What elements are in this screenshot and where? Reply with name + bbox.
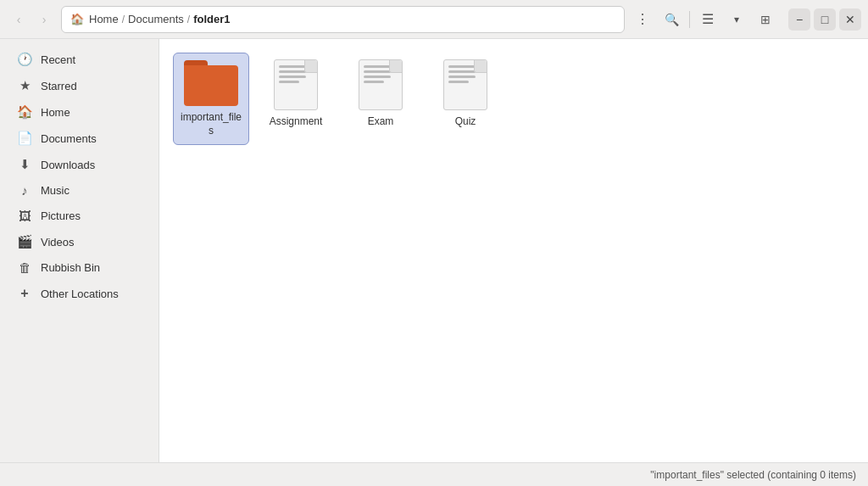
doc-icon-assignment xyxy=(274,59,318,110)
rubbish-bin-icon: 🗑 xyxy=(17,260,32,275)
breadcrumb-home[interactable]: Home xyxy=(89,13,119,25)
sidebar-item-home[interactable]: 🏠 Home xyxy=(5,99,153,125)
starred-icon: ★ xyxy=(17,78,32,93)
sidebar-label-pictures: Pictures xyxy=(41,209,81,222)
file-item-important-files[interactable]: important_files xyxy=(173,53,249,145)
sidebar-label-starred: Starred xyxy=(41,80,77,92)
breadcrumb-folder1: folder1 xyxy=(193,13,230,25)
doc-icon-quiz xyxy=(443,59,487,110)
sidebar-label-home: Home xyxy=(41,106,70,119)
statusbar: "important_files" selected (containing 0… xyxy=(0,462,868,486)
file-label-important-files: important_files xyxy=(179,111,243,137)
music-icon: ♪ xyxy=(17,183,32,198)
more-options-button[interactable]: ⋮ xyxy=(630,7,655,32)
file-item-assignment[interactable]: Assignment xyxy=(258,53,334,145)
view-list-button[interactable]: ☰ xyxy=(695,7,721,32)
window-controls: − □ ✕ xyxy=(788,8,861,31)
doc-icon-exam xyxy=(359,59,403,110)
folder-icon-important-files xyxy=(184,60,238,106)
breadcrumb-documents[interactable]: Documents xyxy=(128,13,184,25)
breadcrumb-sep1: / xyxy=(122,14,125,25)
close-button[interactable]: ✕ xyxy=(839,8,861,31)
sidebar-item-starred[interactable]: ★ Starred xyxy=(5,73,153,98)
sidebar-label-documents: Documents xyxy=(41,132,97,145)
file-area: important_files Assignment xyxy=(159,39,868,462)
home-sidebar-icon: 🏠 xyxy=(17,104,32,120)
minimize-button[interactable]: − xyxy=(788,8,810,31)
view-grid-button[interactable]: ⊞ xyxy=(753,7,778,32)
sidebar-item-videos[interactable]: 🎬 Videos xyxy=(5,229,153,254)
documents-icon: 📄 xyxy=(17,131,32,146)
file-item-exam[interactable]: Exam xyxy=(342,53,419,145)
maximize-button[interactable]: □ xyxy=(814,8,836,31)
file-label-assignment: Assignment xyxy=(270,115,323,129)
forward-button[interactable]: › xyxy=(32,8,56,31)
file-grid: important_files Assignment xyxy=(173,53,854,145)
sidebar-item-documents[interactable]: 📄 Documents xyxy=(5,126,153,151)
statusbar-text: "important_files" selected (containing 0… xyxy=(650,469,856,481)
toolbar-right: ⋮ 🔍 ☰ ▾ ⊞ xyxy=(630,7,778,32)
downloads-icon: ⬇ xyxy=(17,157,32,172)
videos-icon: 🎬 xyxy=(17,234,32,249)
sidebar-label-music: Music xyxy=(41,184,70,197)
recent-icon: 🕐 xyxy=(17,52,32,67)
search-button[interactable]: 🔍 xyxy=(659,7,684,32)
sidebar-item-other-locations[interactable]: + Other Locations xyxy=(5,281,153,306)
sidebar-item-music[interactable]: ♪ Music xyxy=(5,178,153,203)
file-label-exam: Exam xyxy=(368,115,394,129)
nav-buttons: ‹ › xyxy=(7,8,56,31)
sidebar-label-other-locations: Other Locations xyxy=(41,288,119,300)
sidebar-item-pictures[interactable]: 🖼 Pictures xyxy=(5,204,153,228)
sidebar-item-rubbish-bin[interactable]: 🗑 Rubbish Bin xyxy=(5,255,153,280)
sidebar-label-rubbish-bin: Rubbish Bin xyxy=(41,261,100,274)
sidebar-label-videos: Videos xyxy=(41,236,75,249)
sidebar-label-downloads: Downloads xyxy=(41,159,95,171)
file-item-quiz[interactable]: Quiz xyxy=(427,53,504,145)
file-label-quiz: Quiz xyxy=(455,115,476,129)
view-dropdown-button[interactable]: ▾ xyxy=(724,7,749,32)
titlebar: ‹ › 🏠 Home / Documents / folder1 ⋮ 🔍 ☰ ▾… xyxy=(0,0,868,39)
back-button[interactable]: ‹ xyxy=(7,8,31,31)
home-icon: 🏠 xyxy=(70,13,84,25)
breadcrumb-sep2: / xyxy=(187,14,190,25)
breadcrumb: 🏠 Home / Documents / folder1 xyxy=(61,6,625,33)
main-layout: 🕐 Recent ★ Starred 🏠 Home 📄 Documents ⬇ … xyxy=(0,39,868,462)
sidebar: 🕐 Recent ★ Starred 🏠 Home 📄 Documents ⬇ … xyxy=(0,39,159,462)
other-locations-icon: + xyxy=(17,286,32,301)
sidebar-label-recent: Recent xyxy=(41,53,75,66)
pictures-icon: 🖼 xyxy=(17,209,32,223)
sidebar-item-recent[interactable]: 🕐 Recent xyxy=(5,47,153,72)
toolbar-separator xyxy=(689,11,690,28)
sidebar-item-downloads[interactable]: ⬇ Downloads xyxy=(5,152,153,177)
